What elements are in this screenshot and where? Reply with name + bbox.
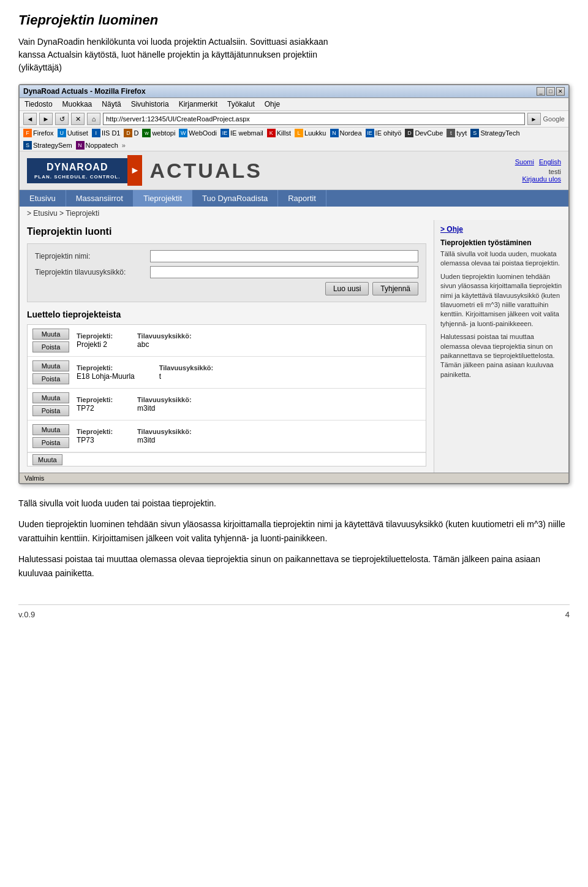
bookmark-uutiset[interactable]: U Uutiset [58, 129, 88, 137]
browser-bookmarks: F Firefox U Uutiset I IIS D1 D D w webto… [20, 128, 568, 151]
poista-button-2[interactable]: Poista [32, 405, 69, 416]
project-field-unit-3: Tilavuusyksikkö: m3itd [137, 428, 191, 444]
lang-suomi[interactable]: Suomi [515, 158, 534, 166]
nav-tieprojektit[interactable]: Tieprojektit [134, 190, 192, 207]
main-layout: Tieprojektin luonti Tieprojektin nimi: T… [20, 220, 568, 473]
bookmark-nordea[interactable]: N Nordea [330, 129, 362, 137]
bookmark-weboodi[interactable]: W WebOodi [179, 129, 217, 137]
create-button[interactable]: Luo uusi [325, 282, 369, 295]
clear-button[interactable]: Tyhjennä [372, 282, 418, 295]
nav-massansiirrot[interactable]: Massansiirrot [66, 190, 134, 207]
version-label: v.0.9 [18, 610, 35, 619]
menu-kirjanmerkit[interactable]: Kirjanmerkit [178, 99, 219, 109]
logout-link[interactable]: Kirjaudu ulos [522, 175, 561, 183]
browser-toolbar: ◄ ► ↺ ✕ ⌂ ► Google [20, 111, 568, 128]
go-button[interactable]: ► [527, 113, 541, 125]
bookmark-devcube[interactable]: D DevCube [405, 129, 443, 137]
sidebar-section3-text: Halutessasi poistaa tai muuttaa olemassa… [440, 332, 562, 379]
menu-muokkaa[interactable]: Muokkaa [61, 99, 94, 109]
table-row: Muuta Poista Tieprojekti: E18 Lohja-Muur… [28, 357, 426, 389]
address-bar[interactable] [103, 113, 525, 125]
bookmark-ie-ohityo[interactable]: IE IE ohityö [366, 129, 402, 137]
stop-button[interactable]: ✕ [71, 113, 85, 125]
help-link[interactable]: > Ohje [440, 225, 562, 234]
field-unit-input[interactable] [150, 266, 418, 278]
refresh-button[interactable]: ↺ [55, 113, 69, 125]
project-details-3: Tieprojekti: TP73 Tilavuusyksikkö: m3itd [77, 428, 421, 444]
tieprojekti-value-1: E18 Lohja-Muurla [77, 372, 135, 381]
browser-titlebar: DynaRoad Actuals - Mozilla Firefox _ □ ✕ [20, 85, 568, 98]
sidebar-panel: > Ohje Tieprojektien työstäminen Tällä s… [434, 220, 568, 473]
field-name-input[interactable] [150, 250, 418, 262]
page-title: Tieprojektin luominen [18, 12, 570, 28]
bookmarks-more[interactable]: » [122, 142, 126, 149]
poista-button-3[interactable]: Poista [32, 437, 69, 448]
minimize-button[interactable]: _ [537, 87, 545, 96]
nav-raportit[interactable]: Raportit [278, 190, 326, 207]
dynaroad-logo: DYNAROAD PLAN. SCHEDULE. CONTROL. [27, 158, 127, 183]
description-section: Tällä sivulla voit luoda uuden tai poist… [18, 497, 570, 580]
project-details-2: Tieprojekti: TP72 Tilavuusyksikkö: m3itd [77, 396, 421, 413]
bookmark-killst[interactable]: K Killst [267, 129, 291, 137]
menu-ohje[interactable]: Ohje [263, 99, 281, 109]
tieprojekti-value-0: Projekti 2 [77, 340, 113, 349]
page-number: 4 [565, 610, 570, 619]
menu-tiedosto[interactable]: Tiedosto [23, 99, 54, 109]
project-field-name-0: Tieprojekti: Projekti 2 [77, 332, 113, 349]
muuta-button-partial[interactable]: Muuta [32, 454, 62, 465]
muuta-button-3[interactable]: Muuta [32, 424, 69, 435]
project-details-1: Tieprojekti: E18 Lohja-Muurla Tilavuusyk… [77, 364, 421, 381]
breadcrumb: > Etusivu > Tieprojekti [20, 207, 568, 220]
lang-english[interactable]: English [539, 158, 561, 166]
project-details-0: Tieprojekti: Projekti 2 Tilavuusyksikkö:… [77, 332, 421, 349]
intro-text: Vain DynaRoadin henkilökunta voi luoda p… [18, 36, 570, 74]
create-form: Tieprojektin nimi: Tieprojektin tilavuus… [27, 243, 426, 302]
bookmark-strategytech[interactable]: S StrategyTech [470, 129, 519, 137]
field-name-label: Tieprojektin nimi: [35, 252, 145, 261]
forward-button[interactable]: ► [39, 113, 53, 125]
table-row: Muuta Poista Tieprojekti: TP73 [28, 421, 426, 452]
project-field-name-3: Tieprojekti: TP73 [77, 428, 113, 444]
muuta-button-2[interactable]: Muuta [32, 392, 69, 403]
sidebar-section1-title: Tieprojektien työstäminen [440, 238, 562, 247]
poista-button-0[interactable]: Poista [32, 341, 69, 352]
menu-tyokalut[interactable]: Työkalut [226, 99, 256, 109]
bookmark-tyyt[interactable]: t tyyt [447, 129, 467, 137]
nav-tuo-dynaroadista[interactable]: Tuo DynaRoadista [192, 190, 278, 207]
user-name: testi [549, 168, 561, 175]
tieprojekti-value-2: TP72 [77, 404, 113, 413]
project-list-container: Muuta Poista Tieprojekti: Projekti 2 [27, 324, 426, 466]
version-footer: v.0.9 4 [18, 604, 570, 619]
table-row: Muuta Poista Tieprojekti: TP72 [28, 389, 426, 421]
project-field-unit-2: Tilavuusyksikkö: m3itd [137, 396, 191, 413]
bookmark-d[interactable]: D D [124, 129, 138, 137]
form-buttons: Luo uusi Tyhjennä [35, 282, 418, 295]
poista-button-1[interactable]: Poista [32, 373, 69, 384]
tieprojekti-label-1: Tieprojekti: [77, 364, 135, 371]
app-content: DYNAROAD PLAN. SCHEDULE. CONTROL. ► ACTU… [20, 151, 568, 483]
back-button[interactable]: ◄ [23, 113, 37, 125]
bookmark-luukku[interactable]: L Luukku [295, 129, 326, 137]
home-button[interactable]: ⌂ [87, 113, 100, 125]
logo-sub-text: PLAN. SCHEDULE. CONTROL. [34, 174, 120, 180]
close-button[interactable]: ✕ [556, 87, 565, 96]
nav-etusivu[interactable]: Etusivu [20, 190, 66, 207]
tilavuus-value-0: abc [137, 340, 191, 349]
maximize-button[interactable]: □ [546, 87, 555, 96]
desc-para1: Tällä sivulla voit luoda uuden tai poist… [18, 497, 570, 510]
bookmark-webtopi[interactable]: w webtopi [142, 129, 175, 137]
bookmark-strategysem[interactable]: S StrategySem [23, 141, 72, 150]
menu-sivuhistoria[interactable]: Sivuhistoria [130, 99, 170, 109]
bookmark-firefox[interactable]: F Firefox [23, 129, 54, 137]
bookmark-iis[interactable]: I IIS D1 [92, 129, 121, 137]
menu-nayta[interactable]: Näytä [100, 99, 122, 109]
project-field-unit-0: Tilavuusyksikkö: abc [137, 332, 191, 349]
field-unit-label: Tieprojektin tilavuusyksikkö: [35, 268, 145, 276]
tieprojekti-label-2: Tieprojekti: [77, 396, 113, 403]
bookmark-ie-webmail[interactable]: IE IE webmail [221, 129, 263, 137]
muuta-button-0[interactable]: Muuta [32, 329, 69, 340]
muuta-button-1[interactable]: Muuta [32, 360, 69, 371]
header-right: Suomi English testi Kirjaudu ulos [515, 158, 561, 183]
statusbar: Valmis [20, 473, 568, 483]
bookmark-noppatech[interactable]: N Noppatech [76, 141, 118, 150]
